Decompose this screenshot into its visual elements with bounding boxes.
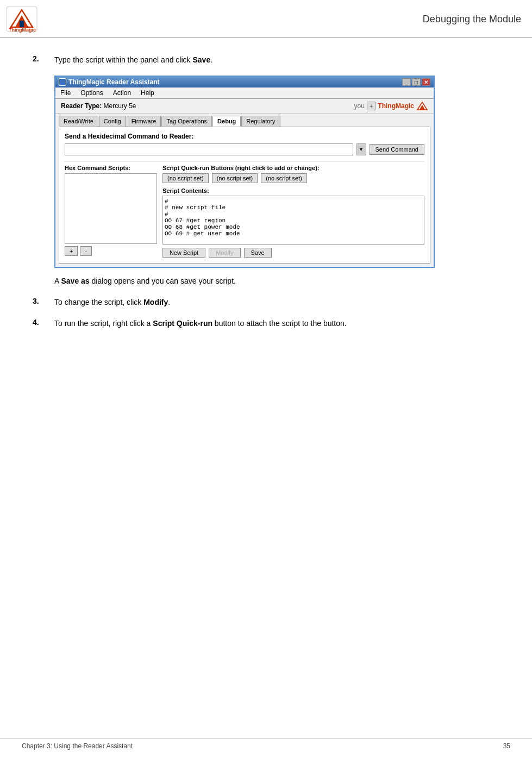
- step-2-text: Type the script within the panel and cli…: [54, 54, 212, 66]
- thingmagic-branding: you + ThingMagic: [354, 101, 428, 111]
- main-content: 2. Type the script within the panel and …: [0, 38, 532, 355]
- script-action-buttons: New Script Modify Save: [162, 248, 424, 258]
- menu-options[interactable]: Options: [79, 89, 104, 97]
- svg-text:ThingMagic: ThingMagic: [9, 27, 36, 33]
- tm-logo-small: [416, 101, 428, 111]
- step-2-number: 2.: [33, 54, 54, 66]
- app-window: ThingMagic Reader Assistant _ □ ✕ File O…: [54, 76, 435, 268]
- footer-chapter: Chapter 3: Using the Reader Assistant: [22, 742, 133, 750]
- step-2-bold: Save: [192, 55, 210, 64]
- maximize-button[interactable]: □: [412, 78, 421, 86]
- titlebar-controls[interactable]: _ □ ✕: [402, 78, 430, 86]
- hex-input-row: ▼ Send Command: [65, 143, 424, 155]
- tab-readwrite[interactable]: Read/Write: [59, 116, 98, 127]
- footer-page-number: 35: [503, 742, 510, 750]
- step-4-bold: Script Quick-run: [153, 319, 212, 328]
- step-3-number: 3.: [33, 297, 54, 308]
- menu-action[interactable]: Action: [111, 89, 133, 97]
- scripts-section: Hex Command Scripts: + - Script Quick-ru…: [65, 165, 424, 258]
- menu-bar: File Options Action Help: [55, 87, 434, 99]
- send-command-button[interactable]: Send Command: [370, 144, 425, 155]
- save-button[interactable]: Save: [244, 248, 272, 258]
- quick-run-label: Script Quick-run Buttons (right click to…: [162, 165, 424, 171]
- app-icon: [59, 78, 66, 86]
- app-titlebar: ThingMagic Reader Assistant _ □ ✕: [55, 77, 434, 87]
- quick-run-buttons: (no script set) (no script set) (no scri…: [162, 173, 424, 183]
- hex-section-title: Send a Hexidecimal Command to Reader:: [65, 133, 424, 140]
- step-2: 2. Type the script within the panel and …: [33, 54, 510, 66]
- logo-area: ThingMagic: [5, 5, 42, 33]
- scripts-right: Script Quick-run Buttons (right click to…: [162, 165, 424, 258]
- modify-button[interactable]: Modify: [209, 248, 240, 258]
- reader-type-label: Reader Type:: [61, 102, 102, 110]
- you-text: you: [354, 102, 365, 110]
- new-script-button[interactable]: New Script: [162, 248, 205, 258]
- page-footer: Chapter 3: Using the Reader Assistant 35: [0, 738, 532, 753]
- debug-panel: Send a Hexidecimal Command to Reader: ▼ …: [59, 127, 430, 264]
- tab-bar: Read/Write Config Firmware Tag Operation…: [55, 114, 434, 127]
- app-title: ThingMagic Reader Assistant: [68, 78, 160, 86]
- step-3-text: To change the script, click Modify.: [54, 297, 170, 308]
- script-contents-area[interactable]: # # new script file # OO 67 #get region …: [162, 196, 424, 245]
- tab-firmware[interactable]: Firmware: [127, 116, 161, 127]
- step-3-bold: Modify: [143, 298, 168, 306]
- scripts-buttons: + -: [65, 246, 157, 256]
- quick-run-btn-1[interactable]: (no script set): [162, 173, 209, 183]
- minimize-button[interactable]: _: [402, 78, 411, 86]
- add-script-button[interactable]: +: [65, 246, 78, 256]
- script-contents-label: Script Contents:: [162, 187, 424, 194]
- hex-command-input[interactable]: [65, 143, 353, 155]
- step-3: 3. To change the script, click Modify.: [33, 297, 510, 308]
- page-header: ThingMagic Debugging the Module: [0, 0, 532, 38]
- tab-regulatory[interactable]: Regulatory: [241, 116, 280, 127]
- menu-file[interactable]: File: [59, 89, 72, 97]
- step-2-note: A Save as dialog opens and you can save …: [33, 275, 510, 287]
- menu-help[interactable]: Help: [139, 89, 156, 97]
- reader-type-value: Mercury 5e: [103, 102, 136, 110]
- titlebar-left: ThingMagic Reader Assistant: [59, 78, 160, 86]
- separator: [65, 161, 424, 161]
- page-title: Debugging the Module: [423, 14, 521, 25]
- reader-type-info: Reader Type: Mercury 5e: [61, 102, 136, 110]
- reader-type-bar: Reader Type: Mercury 5e you + ThingMagic: [55, 99, 434, 114]
- step-4-number: 4.: [33, 318, 54, 329]
- remove-script-button[interactable]: -: [80, 246, 92, 256]
- scripts-left: Hex Command Scripts: + -: [65, 165, 157, 258]
- scripts-label: Hex Command Scripts:: [65, 165, 157, 171]
- close-button[interactable]: ✕: [422, 78, 430, 86]
- plus-button[interactable]: +: [367, 102, 375, 110]
- hex-dropdown[interactable]: ▼: [356, 143, 366, 155]
- tab-debug[interactable]: Debug: [212, 116, 241, 127]
- step-2-note-bold: Save as: [61, 277, 89, 285]
- quick-run-btn-3[interactable]: (no script set): [261, 173, 307, 183]
- thingmagic-logo-icon: ThingMagic: [5, 5, 38, 33]
- tm-brand: ThingMagic: [378, 102, 414, 110]
- step-2-note-text: A Save as dialog opens and you can save …: [54, 275, 236, 287]
- svg-rect-3: [20, 21, 24, 27]
- tab-tagoperations[interactable]: Tag Operations: [161, 116, 212, 127]
- step-4: 4. To run the script, right click a Scri…: [33, 318, 510, 329]
- step-2-note-number: [33, 275, 54, 287]
- tab-config[interactable]: Config: [99, 116, 126, 127]
- quick-run-btn-2[interactable]: (no script set): [212, 173, 258, 183]
- step-4-text: To run the script, right click a Script …: [54, 318, 347, 329]
- scripts-list[interactable]: [65, 173, 157, 244]
